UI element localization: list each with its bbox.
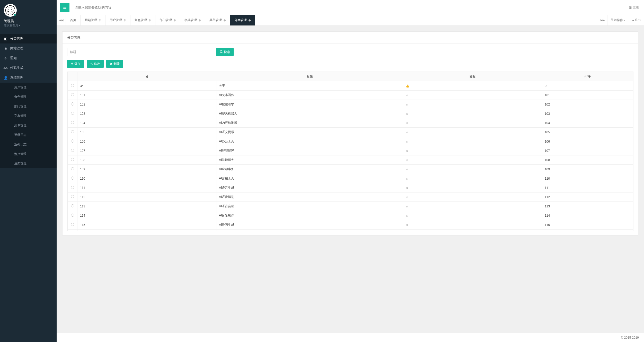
row-radio[interactable] — [71, 112, 74, 115]
table-row[interactable]: 114AI音乐制作114 — [68, 211, 633, 220]
star-icon — [406, 205, 409, 208]
row-radio[interactable] — [71, 102, 74, 106]
cell-sort: 116 — [542, 230, 633, 231]
close-icon[interactable]: ⊗ — [198, 19, 201, 22]
close-icon[interactable]: ⊗ — [173, 19, 176, 22]
row-radio[interactable] — [71, 177, 74, 180]
sub-item-5[interactable]: 登录日志 — [0, 130, 57, 140]
search-input[interactable] — [69, 0, 629, 15]
tab-1[interactable]: 网站管理⊗ — [81, 15, 105, 25]
star-icon — [406, 103, 409, 106]
close-icon[interactable]: ⊗ — [99, 19, 101, 22]
profile-role-dropdown[interactable]: 超级管理员 — [4, 23, 53, 27]
cell-title: AI语义提示 — [216, 128, 403, 137]
row-radio[interactable] — [71, 121, 74, 124]
sub-item-2[interactable]: 部门管理 — [0, 102, 57, 111]
cell-sort: 101 — [542, 91, 633, 100]
table-row[interactable]: 106AI办公工具106 — [68, 137, 633, 146]
close-icon[interactable]: ⊗ — [223, 19, 226, 22]
svg-line-5 — [222, 52, 223, 53]
row-radio[interactable] — [71, 223, 74, 226]
tab-3[interactable]: 角色管理⊗ — [130, 15, 155, 25]
table-row[interactable]: 107AI智能翻译107 — [68, 146, 633, 155]
cell-sort: 111 — [542, 183, 633, 192]
table-row[interactable]: 113AI语音合成113 — [68, 202, 633, 211]
sub-item-3[interactable]: 字典管理 — [0, 111, 57, 121]
menu-toggle-button[interactable]: ☰ — [60, 3, 69, 12]
table-row[interactable]: 101AI文本写作101 — [68, 91, 633, 100]
theme-button[interactable]: ▦ 主题 — [629, 5, 639, 10]
col-icon: 图标 — [403, 72, 542, 81]
row-radio[interactable] — [71, 149, 74, 152]
close-icon[interactable]: ⊗ — [248, 19, 251, 22]
row-radio[interactable] — [71, 195, 74, 198]
cell-title: AI文本写作 — [216, 91, 403, 100]
cell-sort: 115 — [542, 220, 633, 230]
tab-scroll-right[interactable]: ▶▶ — [598, 15, 607, 25]
tab-label: 部门管理 — [160, 18, 172, 22]
table-row[interactable]: 111AI语音生成111 — [68, 183, 633, 192]
cell-id: 103 — [77, 109, 216, 118]
table-row[interactable]: 105AI语义提示105 — [68, 128, 633, 137]
cell-title: AI音乐制作 — [216, 211, 403, 220]
table-row[interactable]: 35关于0 — [68, 81, 633, 91]
row-radio[interactable] — [71, 139, 74, 143]
row-radio[interactable] — [71, 167, 74, 170]
tab-6[interactable]: 菜单管理⊗ — [205, 15, 230, 25]
nav-item-3[interactable]: </>代码生成 — [0, 63, 57, 73]
title-filter-input[interactable] — [67, 48, 130, 56]
row-radio[interactable] — [71, 186, 74, 189]
nav-item-system[interactable]: 👤系统管理˅ — [0, 73, 57, 83]
cell-title: AI办公工具 — [216, 137, 403, 146]
tab-2[interactable]: 用户管理⊗ — [105, 15, 130, 25]
table-row[interactable]: 110AI营销工具110 — [68, 174, 633, 183]
tab-scroll-left[interactable]: ◀◀ — [57, 15, 66, 25]
close-operations-dropdown[interactable]: 关闭操作 ▾ — [607, 15, 628, 25]
sub-item-6[interactable]: 业务日志 — [0, 140, 57, 149]
plus-icon: ✚ — [71, 62, 73, 66]
edit-button[interactable]: ✎ 修改 — [87, 60, 104, 68]
bookmark-icon: ◧ — [4, 37, 7, 40]
star-icon — [406, 93, 409, 97]
sub-item-7[interactable]: 监控管理 — [0, 149, 57, 159]
sub-item-8[interactable]: 通知管理 — [0, 159, 57, 168]
cell-sort: 108 — [542, 155, 633, 165]
row-radio[interactable] — [71, 93, 74, 96]
delete-button[interactable]: ✖ 删除 — [106, 60, 123, 68]
table-row[interactable]: 109AI金融事务109 — [68, 165, 633, 174]
table-row[interactable]: 102AI搜索引擎102 — [68, 100, 633, 109]
tab-7[interactable]: 分类管理⊗ — [230, 15, 255, 25]
nav-item-0[interactable]: ◧分类管理 — [0, 34, 57, 43]
row-radio[interactable] — [71, 130, 74, 133]
sub-item-1[interactable]: 角色管理 — [0, 92, 57, 102]
nav-item-2[interactable]: ✈通知 — [0, 53, 57, 63]
row-radio[interactable] — [71, 204, 74, 207]
close-icon[interactable]: ⊗ — [148, 19, 151, 22]
topbar: ☰ ▦ 主题 — [57, 0, 644, 15]
table-row[interactable]: 112AI语音识别112 — [68, 192, 633, 202]
sidebar-profile: 管理员 超级管理员 — [0, 0, 57, 31]
row-radio[interactable] — [71, 84, 74, 87]
star-icon — [406, 195, 409, 199]
tab-5[interactable]: 字典管理⊗ — [180, 15, 205, 25]
tab-0[interactable]: 首页 — [66, 15, 81, 25]
table-row[interactable]: 108AI法律服务108 — [68, 155, 633, 165]
row-radio[interactable] — [71, 158, 74, 161]
category-table: id 标题 图标 排序 35关于0101AI文本写作101102AI搜索引擎10… — [67, 72, 633, 231]
nav-item-1[interactable]: ◉网站管理 — [0, 43, 57, 53]
close-icon[interactable]: ⊗ — [123, 19, 126, 22]
table-row[interactable]: 116AI图像设计116 — [68, 230, 633, 231]
cell-id: 35 — [77, 81, 216, 91]
sub-item-0[interactable]: 用户管理 — [0, 83, 57, 92]
table-scroll[interactable]: id 标题 图标 排序 35关于0101AI文本写作101102AI搜索引擎10… — [67, 72, 633, 231]
table-row[interactable]: 115AI绘画生成115 — [68, 220, 633, 230]
tab-4[interactable]: 部门管理⊗ — [155, 15, 180, 25]
search-button[interactable]: 搜索 — [216, 48, 234, 56]
add-button[interactable]: ✚ 添加 — [67, 60, 84, 68]
svg-point-3 — [7, 7, 13, 13]
sub-item-4[interactable]: 菜单管理 — [0, 121, 57, 130]
logout-button[interactable]: ↪ 退出 — [628, 15, 644, 25]
table-row[interactable]: 104AI内容检测器104 — [68, 118, 633, 128]
row-radio[interactable] — [71, 214, 74, 217]
table-row[interactable]: 103AI聊天机器人103 — [68, 109, 633, 118]
